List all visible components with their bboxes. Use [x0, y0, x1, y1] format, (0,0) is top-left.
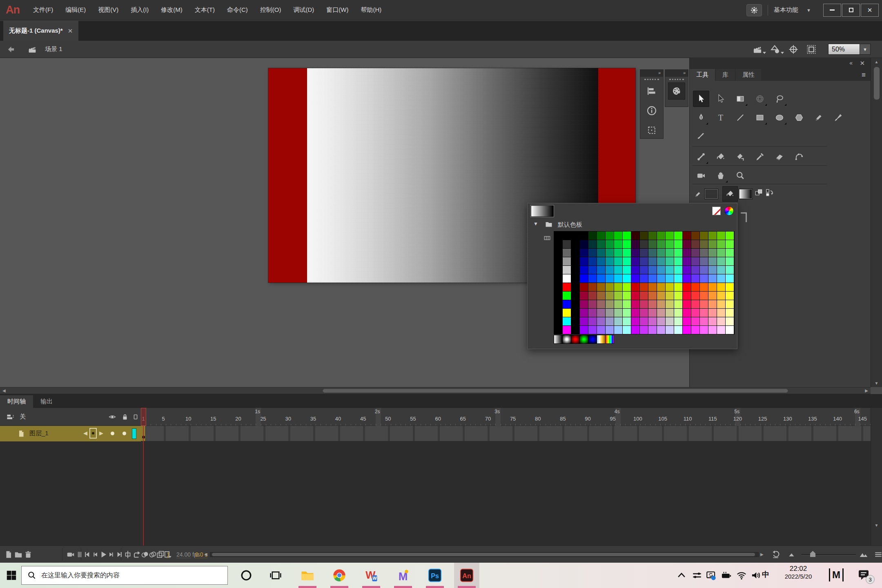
timeline-empty-area[interactable] — [0, 441, 871, 546]
eye-icon[interactable] — [108, 413, 117, 421]
color-swatch[interactable] — [691, 309, 699, 317]
color-swatch[interactable] — [640, 300, 648, 308]
tool-subselection[interactable] — [713, 91, 729, 107]
color-swatch[interactable] — [571, 274, 579, 283]
color-swatch[interactable] — [623, 309, 631, 317]
no-color-button[interactable] — [712, 207, 721, 215]
tool-bone[interactable] — [693, 149, 709, 165]
frame-ruler[interactable]: 1s2s3s4s5s6s1510152025303540455055606570… — [141, 408, 871, 426]
menu-item[interactable]: 窗口(W) — [320, 0, 354, 20]
color-swatch[interactable] — [683, 309, 691, 317]
color-swatch[interactable] — [708, 300, 717, 308]
color-swatch[interactable] — [563, 232, 571, 240]
swatch-folder-row[interactable]: ▼ 默认色板 — [528, 219, 737, 231]
color-swatch[interactable] — [623, 249, 631, 257]
taskbar-search[interactable] — [21, 566, 228, 585]
menu-item[interactable]: 命令(C) — [221, 0, 254, 20]
color-swatch[interactable] — [717, 309, 725, 317]
tab-工具[interactable]: 工具 — [690, 69, 715, 81]
color-swatch[interactable] — [563, 240, 571, 248]
tab-属性[interactable]: 属性 — [736, 69, 761, 81]
menu-item[interactable]: 修改(M) — [155, 0, 189, 20]
color-swatch[interactable] — [563, 257, 571, 265]
go-last-button[interactable] — [114, 550, 123, 559]
tool-paint-brush[interactable] — [830, 109, 846, 126]
layer-name[interactable]: 图层_1 — [29, 430, 49, 437]
color-swatch[interactable] — [683, 249, 691, 257]
color-swatch[interactable] — [597, 240, 605, 248]
color-swatch[interactable] — [606, 249, 614, 257]
tool-eraser[interactable] — [771, 149, 788, 165]
color-swatch[interactable] — [708, 309, 717, 317]
color-swatch[interactable] — [614, 283, 622, 291]
color-swatch[interactable] — [700, 232, 708, 240]
color-swatch[interactable] — [606, 240, 614, 248]
color-swatch[interactable] — [631, 300, 639, 308]
color-swatch[interactable] — [691, 317, 699, 325]
color-swatch[interactable] — [631, 283, 639, 291]
panel-drag-strip[interactable]: « ✕ — [690, 58, 871, 69]
color-swatch[interactable] — [606, 300, 614, 308]
color-swatch[interactable] — [563, 274, 571, 283]
color-swatch[interactable] — [640, 257, 648, 265]
color-swatch[interactable] — [623, 326, 631, 334]
color-swatch[interactable] — [597, 292, 605, 300]
color-swatch[interactable] — [657, 292, 665, 300]
color-swatch[interactable] — [623, 240, 631, 248]
color-swatch[interactable] — [614, 292, 622, 300]
color-swatch[interactable] — [700, 257, 708, 265]
color-swatch[interactable] — [554, 300, 562, 308]
color-swatch[interactable] — [657, 309, 665, 317]
frames-scrollbar[interactable] — [210, 552, 759, 557]
scroll-left-arrow[interactable]: ◀ — [2, 388, 6, 393]
document-tab[interactable]: 无标题-1 (Canvas)* ✕ — [3, 21, 78, 41]
gradient-swatch-radial-red-black[interactable] — [571, 335, 579, 343]
color-swatch[interactable] — [614, 317, 622, 325]
color-swatch[interactable] — [623, 292, 631, 300]
tool-text[interactable]: T — [713, 109, 729, 126]
color-swatch[interactable] — [657, 317, 665, 325]
color-swatch[interactable] — [631, 240, 639, 248]
tool-rotation-3d[interactable] — [752, 91, 768, 107]
color-swatch[interactable] — [571, 309, 579, 317]
color-swatch[interactable] — [597, 326, 605, 334]
menu-item[interactable]: 视图(V) — [92, 0, 125, 20]
color-swatch[interactable] — [648, 283, 657, 291]
back-arrow-icon[interactable] — [6, 45, 16, 54]
color-swatch[interactable] — [640, 283, 648, 291]
tool-paint-bucket[interactable] — [713, 149, 729, 165]
color-swatch[interactable] — [614, 300, 622, 308]
color-swatch[interactable] — [691, 326, 699, 334]
color-swatch[interactable] — [554, 266, 562, 274]
menu-item[interactable]: 编辑(E) — [59, 0, 92, 20]
gradient-preview-swatch[interactable] — [531, 205, 554, 217]
color-swatch[interactable] — [674, 292, 682, 300]
layer-outline-color-chip[interactable] — [132, 428, 136, 439]
color-swatch[interactable] — [648, 266, 657, 274]
tool-hand[interactable] — [713, 167, 729, 184]
chevron-down-icon[interactable]: ▼ — [860, 44, 871, 55]
color-swatch[interactable] — [580, 309, 588, 317]
gradient-swatch-radial-white-black[interactable] — [563, 335, 571, 343]
ime-indicator[interactable]: 中 — [762, 570, 769, 579]
color-swatch[interactable] — [554, 292, 562, 300]
frame-size-slider[interactable] — [801, 554, 856, 555]
taskbar-app-wps[interactable]: WW — [359, 563, 384, 588]
color-swatch[interactable] — [623, 283, 631, 291]
sync-screen-icon[interactable] — [706, 570, 716, 581]
gradient-swatch-linear-white-black[interactable] — [554, 335, 562, 343]
color-swatch[interactable] — [700, 274, 708, 283]
new-folder-button[interactable] — [14, 550, 23, 559]
color-swatch[interactable] — [666, 257, 674, 265]
taskbar-app-animate[interactable]: An — [454, 563, 479, 588]
color-swatch[interactable] — [640, 326, 648, 334]
color-swatch[interactable] — [717, 266, 725, 274]
color-swatch[interactable] — [648, 249, 657, 257]
maximize-button[interactable] — [842, 4, 860, 17]
color-swatch[interactable] — [726, 283, 734, 291]
color-swatch[interactable] — [640, 266, 648, 274]
color-swatch[interactable] — [614, 240, 622, 248]
color-swatch[interactable] — [640, 232, 648, 240]
scrollbar-thumb[interactable] — [323, 389, 788, 393]
color-swatch[interactable] — [666, 300, 674, 308]
